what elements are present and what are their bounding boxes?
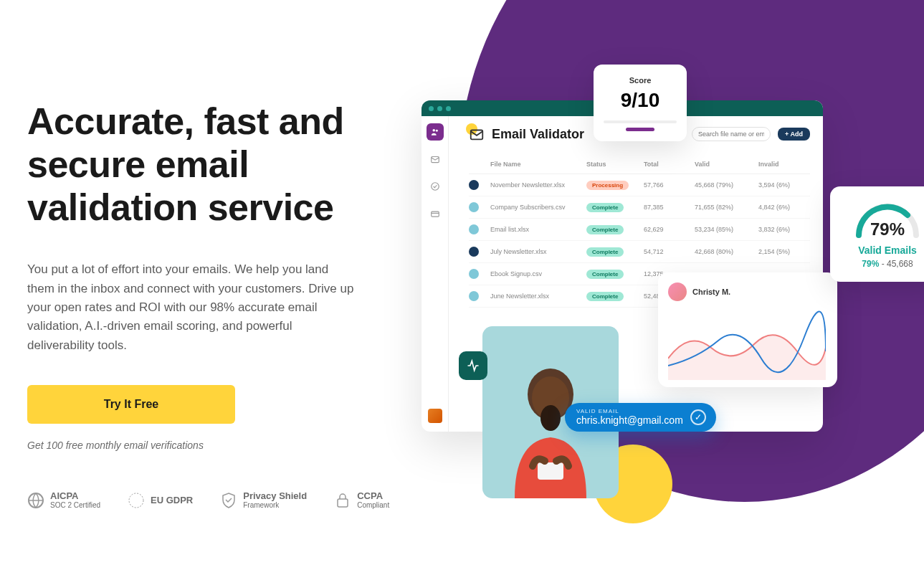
badge-gdpr-text: EU GDPR bbox=[151, 495, 193, 505]
traffic-light-icon bbox=[437, 106, 442, 111]
svg-point-1 bbox=[129, 493, 143, 508]
cell-valid: 42,668 (80%) bbox=[695, 248, 753, 255]
valid-emails-detail: 79% - 45,668 bbox=[840, 259, 924, 269]
panel-title: Email Validator bbox=[492, 127, 584, 142]
progress-bar bbox=[604, 120, 677, 123]
add-button[interactable]: + Add bbox=[778, 128, 810, 141]
svg-point-6 bbox=[431, 183, 439, 191]
globe-icon bbox=[27, 492, 44, 509]
status-dot-icon bbox=[469, 247, 479, 257]
sidebar-item-people[interactable] bbox=[427, 123, 444, 141]
badge-ccpa: CCPA Compliant bbox=[334, 491, 389, 509]
sidebar-item-check[interactable] bbox=[427, 178, 444, 195]
status-dot-icon bbox=[469, 224, 479, 234]
status-badge: Complete bbox=[586, 270, 624, 279]
col-status: Status bbox=[586, 161, 638, 168]
shield-check-icon bbox=[220, 492, 237, 509]
trust-badges: AICPA SOC 2 Certified EU GDPR Privacy Sh… bbox=[27, 491, 393, 509]
progress-indicator bbox=[626, 128, 654, 131]
cell-filename: November Newsletter.xlsx bbox=[490, 181, 581, 189]
col-valid: Valid bbox=[695, 161, 753, 168]
cell-invalid: 3,594 (6%) bbox=[758, 181, 810, 189]
wave-chart-icon bbox=[668, 308, 826, 380]
lock-icon bbox=[334, 492, 351, 509]
status-dot-icon bbox=[469, 291, 479, 301]
table-row[interactable]: Company Subscribers.csvComplete87,38571,… bbox=[469, 196, 810, 219]
badge-privacy-title: Privacy Shield bbox=[243, 490, 307, 501]
cell-valid: 53,234 (85%) bbox=[695, 226, 753, 233]
gauge-icon: 79% bbox=[852, 199, 923, 239]
cell-filename: Ebook Signup.csv bbox=[490, 270, 581, 277]
mail-icon bbox=[469, 126, 485, 142]
check-circle-icon: ✓ bbox=[690, 409, 706, 425]
svg-point-3 bbox=[432, 129, 435, 132]
table-row[interactable]: Email list.xlsxComplete62,62953,234 (85%… bbox=[469, 219, 810, 241]
cell-total: 54,712 bbox=[644, 248, 689, 255]
cell-filename: Company Subscribers.csv bbox=[490, 204, 581, 211]
table-row[interactable]: November Newsletter.xlsxProcessing57,766… bbox=[469, 174, 810, 196]
badge-aicpa: AICPA SOC 2 Certified bbox=[27, 491, 100, 509]
badge-aicpa-sub: SOC 2 Certified bbox=[50, 501, 100, 509]
try-free-button[interactable]: Try It Free bbox=[27, 385, 235, 424]
valid-pill-label: VALID EMAIL bbox=[576, 409, 683, 415]
eu-stars-icon bbox=[128, 492, 145, 509]
svg-rect-7 bbox=[431, 212, 439, 217]
badge-privacy-shield: Privacy Shield Framework bbox=[220, 491, 307, 509]
sidebar-avatar[interactable] bbox=[428, 409, 442, 423]
status-badge: Processing bbox=[586, 181, 629, 190]
cell-filename: July Newsletter.xlsx bbox=[490, 248, 581, 255]
cell-total: 62,629 bbox=[644, 226, 689, 233]
status-badge: Complete bbox=[586, 225, 624, 234]
cell-invalid: 3,832 (6%) bbox=[758, 226, 810, 233]
valid-email-pill: VALID EMAIL chris.knight@gmail.com ✓ bbox=[565, 403, 716, 432]
status-dot-icon bbox=[469, 180, 479, 190]
cell-total: 57,766 bbox=[644, 181, 689, 189]
svg-rect-2 bbox=[338, 499, 348, 507]
badge-gdpr: EU GDPR bbox=[128, 492, 193, 509]
svg-point-4 bbox=[435, 130, 437, 132]
cell-valid: 71,655 (82%) bbox=[695, 204, 753, 211]
valid-emails-title: Valid Emails bbox=[840, 244, 924, 256]
cta-note: Get 100 free monthly email verifications bbox=[27, 440, 393, 451]
status-badge: Complete bbox=[586, 247, 624, 257]
score-label: Score bbox=[604, 76, 677, 85]
status-dot-icon bbox=[469, 202, 479, 212]
pulse-icon bbox=[459, 351, 487, 380]
badge-ccpa-title: CCPA bbox=[357, 490, 383, 501]
gauge-percent: 79% bbox=[852, 219, 923, 239]
valid-pill-email: chris.knight@gmail.com bbox=[576, 415, 683, 426]
page-headline: Accurate, fast and secure email validati… bbox=[27, 100, 393, 229]
cell-filename: June Newsletter.xlsx bbox=[490, 293, 581, 300]
badge-privacy-sub: Framework bbox=[243, 501, 307, 509]
badge-ccpa-sub: Compliant bbox=[357, 501, 389, 509]
page-subhead: You put a lot of effort into your emails… bbox=[27, 260, 357, 355]
traffic-light-icon bbox=[429, 106, 434, 111]
cell-invalid: 4,842 (6%) bbox=[758, 204, 810, 211]
cell-invalid: 2,154 (5%) bbox=[758, 248, 810, 255]
traffic-light-icon bbox=[446, 106, 451, 111]
svg-point-11 bbox=[540, 405, 561, 431]
score-card: Score 9/10 bbox=[594, 65, 687, 141]
valid-emails-card: 79% Valid Emails 79% - 45,668 bbox=[830, 186, 924, 282]
col-file: File Name bbox=[490, 161, 581, 168]
search-input[interactable] bbox=[692, 127, 771, 141]
status-badge: Complete bbox=[586, 292, 624, 301]
badge-aicpa-title: AICPA bbox=[50, 490, 78, 501]
col-total: Total bbox=[644, 161, 689, 168]
col-invalid: Invalid bbox=[758, 161, 810, 168]
sidebar-item-inbox[interactable] bbox=[427, 151, 444, 168]
svg-rect-12 bbox=[538, 462, 563, 480]
sidebar-item-billing[interactable] bbox=[427, 205, 444, 222]
cell-total: 87,385 bbox=[644, 204, 689, 211]
table-row[interactable]: July Newsletter.xlsxComplete54,71242,668… bbox=[469, 241, 810, 263]
status-badge: Complete bbox=[586, 203, 624, 212]
app-sidebar bbox=[421, 116, 449, 432]
status-dot-icon bbox=[469, 269, 479, 279]
cell-valid: 45,668 (79%) bbox=[695, 181, 753, 189]
activity-card: Christy M. bbox=[658, 272, 837, 387]
cell-filename: Email list.xlsx bbox=[490, 226, 581, 233]
score-value: 9/10 bbox=[604, 89, 677, 112]
avatar bbox=[668, 282, 687, 301]
user-name: Christy M. bbox=[692, 288, 730, 296]
